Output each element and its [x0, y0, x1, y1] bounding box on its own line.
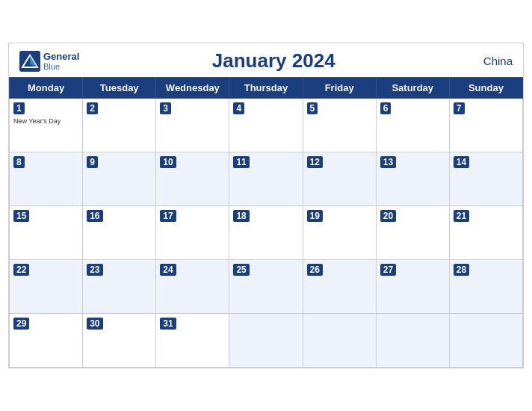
day-number: 15 — [13, 210, 29, 222]
calendar-header: General Blue January 2024 China — [9, 43, 523, 77]
table-row: 14 — [449, 152, 522, 206]
weekday-header-row: Monday Tuesday Wednesday Thursday Friday… — [10, 78, 523, 99]
holiday-label: New Year's Day — [13, 117, 78, 125]
logo-text: General Blue — [43, 51, 79, 71]
day-number: 23 — [87, 264, 102, 276]
day-number: 29 — [13, 318, 29, 330]
day-number: 2 — [87, 102, 98, 114]
day-number: 8 — [13, 156, 25, 168]
calendar-week-row: 15161718192021 — [10, 206, 523, 260]
calendar-week-row: 22232425262728 — [10, 260, 523, 314]
table-row: 13 — [376, 152, 449, 206]
day-number: 26 — [307, 264, 323, 276]
day-number: 3 — [160, 102, 171, 114]
day-number: 28 — [454, 264, 469, 276]
day-number: 12 — [307, 156, 323, 168]
country-label: China — [468, 55, 513, 67]
header-wednesday: Wednesday — [156, 78, 229, 99]
table-row: 18 — [229, 206, 303, 260]
day-number: 6 — [380, 102, 392, 114]
day-number: 25 — [233, 264, 249, 276]
calendar-week-row: 891011121314 — [10, 152, 523, 206]
logo: General Blue — [19, 51, 79, 72]
day-number: 18 — [233, 210, 249, 222]
day-number: 17 — [160, 210, 176, 222]
table-row: 5 — [303, 99, 376, 152]
header-saturday: Saturday — [376, 78, 449, 99]
day-number: 21 — [454, 210, 469, 222]
table-row: 29 — [10, 314, 83, 368]
day-number: 13 — [380, 156, 396, 168]
table-row — [449, 314, 522, 368]
table-row: 9 — [83, 152, 156, 206]
day-number: 30 — [87, 318, 102, 330]
table-row — [303, 314, 376, 368]
table-row: 25 — [229, 260, 303, 314]
calendar-table: Monday Tuesday Wednesday Thursday Friday… — [9, 77, 523, 368]
table-row: 8 — [10, 152, 83, 206]
table-row: 10 — [156, 152, 229, 206]
calendar-container: General Blue January 2024 China Monday T… — [8, 43, 524, 368]
table-row: 19 — [303, 206, 376, 260]
table-row: 3 — [156, 99, 229, 152]
day-number: 20 — [380, 210, 396, 222]
table-row: 22 — [10, 260, 83, 314]
table-row: 21 — [449, 206, 522, 260]
table-row: 15 — [10, 206, 83, 260]
day-number: 16 — [87, 210, 102, 222]
day-number: 22 — [13, 264, 29, 276]
table-row: 27 — [376, 260, 449, 314]
day-number: 31 — [160, 318, 176, 330]
table-row: 28 — [449, 260, 522, 314]
table-row: 12 — [303, 152, 376, 206]
table-row — [376, 314, 449, 368]
day-number: 9 — [87, 156, 98, 168]
table-row: 1New Year's Day — [10, 99, 83, 152]
day-number: 11 — [233, 156, 249, 168]
header-tuesday: Tuesday — [83, 78, 156, 99]
header-sunday: Sunday — [449, 78, 522, 99]
table-row: 20 — [376, 206, 449, 260]
calendar-title: January 2024 — [79, 49, 468, 72]
day-number: 19 — [307, 210, 323, 222]
day-number: 10 — [160, 156, 176, 168]
table-row: 4 — [229, 99, 303, 152]
table-row: 23 — [83, 260, 156, 314]
table-row: 31 — [156, 314, 229, 368]
day-number: 27 — [380, 264, 396, 276]
header-thursday: Thursday — [229, 78, 303, 99]
header-monday: Monday — [10, 78, 83, 99]
table-row: 6 — [376, 99, 449, 152]
table-row: 11 — [229, 152, 303, 206]
day-number: 14 — [454, 156, 469, 168]
table-row: 17 — [156, 206, 229, 260]
calendar-week-row: 293031 — [10, 314, 523, 368]
header-friday: Friday — [303, 78, 376, 99]
table-row: 24 — [156, 260, 229, 314]
table-row: 2 — [83, 99, 156, 152]
day-number: 5 — [307, 102, 318, 114]
calendar-week-row: 1New Year's Day234567 — [10, 99, 523, 152]
table-row — [229, 314, 303, 368]
day-number: 24 — [160, 264, 176, 276]
table-row: 16 — [83, 206, 156, 260]
table-row: 26 — [303, 260, 376, 314]
day-number: 7 — [454, 102, 465, 114]
logo-icon — [19, 51, 40, 72]
day-number: 1 — [13, 102, 25, 114]
table-row: 30 — [83, 314, 156, 368]
table-row: 7 — [449, 99, 522, 152]
day-number: 4 — [233, 102, 244, 114]
